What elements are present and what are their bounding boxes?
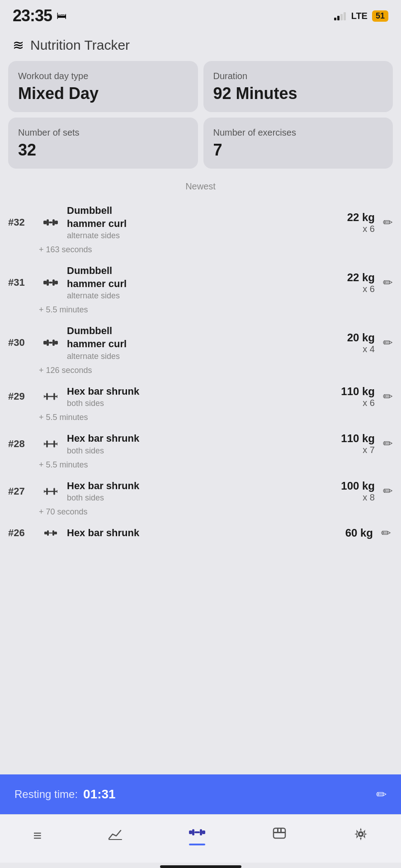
time-gap: + 5.5 minutes	[8, 458, 393, 472]
nav-item-nutrition[interactable]	[264, 825, 295, 847]
duration-label: Duration	[213, 71, 383, 81]
svg-rect-1	[55, 221, 58, 224]
stats-grid: Workout day type Mixed Day Duration 92 M…	[0, 61, 401, 174]
exercise-info: Dumbbellhammer curl alternate sides	[62, 204, 347, 241]
section-label: Newest	[0, 174, 401, 196]
exercise-icon	[39, 393, 62, 400]
svg-rect-33	[52, 530, 54, 536]
exercise-number: #27	[8, 486, 39, 497]
bottom-nav: ≡	[0, 814, 401, 863]
sets-card: Number of sets 32	[8, 118, 198, 169]
battery-badge: 51	[372, 10, 388, 22]
duration-value: 92 Minutes	[213, 84, 383, 103]
exercise-row: #32 Dumbbellhammer curl alternate sides …	[8, 196, 393, 243]
svg-rect-30	[44, 532, 47, 534]
svg-rect-4	[49, 222, 52, 223]
nav-item-workout[interactable]	[181, 823, 213, 848]
exercises-card: Number of exercises 7	[203, 118, 393, 169]
partial-exercise-weight: 60 kg	[345, 527, 373, 539]
exercise-weight: 110 kg	[341, 385, 375, 398]
svg-rect-14	[49, 342, 52, 344]
app-header-title: Nutrition Tracker	[30, 38, 130, 53]
exercise-reps: x 6	[341, 398, 375, 408]
exercise-edit-icon[interactable]: ✏	[383, 484, 393, 498]
lte-label: LTE	[351, 11, 368, 21]
workout-type-value: Mixed Day	[18, 84, 188, 103]
chart-icon	[108, 828, 123, 844]
exercise-number: #28	[8, 438, 39, 450]
exercise-edit-icon[interactable]: ✏	[383, 276, 393, 290]
exercise-icon	[39, 440, 62, 448]
svg-rect-3	[52, 219, 55, 226]
exercise-item: #27 Hex bar shrunk both sides 100 kg x 8…	[8, 472, 393, 519]
partial-exercise-number: #26	[8, 527, 39, 539]
signal-bars	[334, 11, 346, 20]
partial-exercise-icon	[39, 528, 62, 538]
exercise-name: Hex bar shrunk	[67, 480, 341, 493]
svg-rect-9	[49, 282, 52, 283]
nutrition-icon	[272, 827, 287, 844]
list-icon: ≡	[33, 827, 42, 844]
home-indicator	[160, 865, 241, 868]
partial-edit-icon[interactable]: ✏	[381, 526, 391, 540]
nav-item-chart[interactable]	[100, 825, 131, 846]
exercise-edit-icon[interactable]: ✏	[383, 336, 393, 350]
exercise-name: Dumbbellhammer curl	[67, 264, 347, 290]
exercise-row: #30 Dumbbellhammer curl alternate sides …	[8, 316, 393, 363]
exercise-icon	[39, 338, 62, 348]
app-header-icon: ≋	[13, 37, 24, 53]
exercise-reps: x 7	[341, 445, 375, 455]
svg-rect-42	[274, 832, 285, 833]
exercise-item: #28 Hex bar shrunk both sides 110 kg x 7…	[8, 424, 393, 472]
signal-bar-1	[334, 18, 336, 20]
exercise-weight: 20 kg	[347, 331, 375, 344]
duration-card: Duration 92 Minutes	[203, 61, 393, 112]
exercise-info: Dumbbellhammer curl alternate sides	[62, 264, 347, 301]
sets-label: Number of sets	[18, 127, 188, 138]
time-gap: + 5.5 minutes	[8, 303, 393, 316]
signal-bar-2	[337, 16, 340, 20]
exercises-label: Number of exercises	[213, 127, 383, 138]
exercise-subtitle: both sides	[67, 399, 341, 408]
exercise-icon	[39, 278, 62, 288]
workout-type-card: Workout day type Mixed Day	[8, 61, 198, 112]
exercises-value: 7	[213, 141, 383, 160]
time-gap: + 163 seconds	[8, 243, 393, 256]
nav-item-settings[interactable]	[345, 824, 376, 847]
exercise-stats: 110 kg x 7	[341, 432, 375, 455]
exercise-icon	[39, 488, 62, 495]
exercise-item: #32 Dumbbellhammer curl alternate sides …	[8, 196, 393, 256]
exercise-item: #31 Dumbbellhammer curl alternate sides …	[8, 256, 393, 316]
exercise-number: #31	[8, 277, 39, 288]
time-gap: + 126 seconds	[8, 364, 393, 377]
svg-rect-31	[54, 532, 57, 534]
resting-edit-icon[interactable]: ✏	[376, 787, 387, 802]
svg-rect-5	[43, 281, 47, 284]
exercise-number: #29	[8, 391, 39, 402]
signal-bar-3	[340, 14, 343, 20]
exercise-reps: x 6	[347, 224, 375, 234]
exercise-stats: 22 kg x 6	[347, 211, 375, 234]
exercise-edit-icon[interactable]: ✏	[383, 390, 393, 404]
exercise-list: #32 Dumbbellhammer curl alternate sides …	[0, 196, 401, 774]
exercise-info: Hex bar shrunk both sides	[62, 432, 341, 456]
exercise-stats: 110 kg x 6	[341, 385, 375, 408]
exercise-reps: x 6	[347, 284, 375, 294]
exercise-row: #29 Hex bar shrunk both sides 110 kg x 6…	[8, 377, 393, 411]
nav-item-list[interactable]: ≡	[25, 825, 50, 847]
resting-bar: Resting time: 01:31 ✏	[0, 774, 401, 814]
status-icons: LTE 51	[334, 10, 388, 22]
svg-rect-10	[43, 341, 47, 344]
exercise-stats: 100 kg x 8	[341, 480, 375, 503]
exercise-info: Hex bar shrunk both sides	[62, 480, 341, 503]
exercise-row: #31 Dumbbellhammer curl alternate sides …	[8, 256, 393, 303]
workout-type-label: Workout day type	[18, 71, 188, 81]
svg-rect-39	[200, 829, 202, 835]
exercise-edit-icon[interactable]: ✏	[383, 216, 393, 230]
bed-icon: 🛏	[57, 10, 66, 22]
exercise-weight: 22 kg	[347, 271, 375, 284]
exercise-subtitle: both sides	[67, 493, 341, 503]
exercise-edit-icon[interactable]: ✏	[383, 437, 393, 451]
svg-rect-13	[52, 340, 55, 346]
exercise-name: Dumbbellhammer curl	[67, 204, 347, 230]
